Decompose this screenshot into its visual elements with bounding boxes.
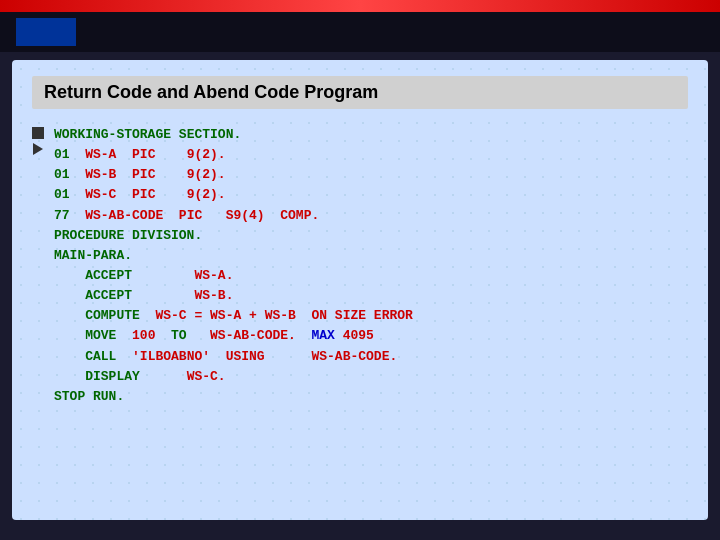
code-line-2: 01 WS-A PIC 9(2). (54, 145, 413, 165)
bullet-icon (32, 127, 44, 155)
bullet-area: WORKING-STORAGE SECTION. 01 WS-A PIC 9(2… (32, 125, 688, 407)
code-line-14: STOP RUN. (54, 387, 413, 407)
code-line-11: MOVE 100 TO WS-AB-CODE. MAX 4095 (54, 326, 413, 346)
code-line-12: CALL 'ILBOABNO' USING WS-AB-CODE. (54, 347, 413, 367)
code-line-1: WORKING-STORAGE SECTION. (54, 125, 413, 145)
code-line-3: 01 WS-B PIC 9(2). (54, 165, 413, 185)
dark-header (0, 12, 720, 52)
main-content: Return Code and Abend Code Program WORKI… (12, 60, 708, 520)
code-line-13: DISPLAY WS-C. (54, 367, 413, 387)
arrow-right-icon (33, 143, 43, 155)
code-line-9: ACCEPT WS-B. (54, 286, 413, 306)
code-line-4: 01 WS-C PIC 9(2). (54, 185, 413, 205)
code-line-10: COMPUTE WS-C = WS-A + WS-B ON SIZE ERROR (54, 306, 413, 326)
page-title: Return Code and Abend Code Program (44, 82, 378, 102)
bullet-square (32, 127, 44, 139)
code-line-8: ACCEPT WS-A. (54, 266, 413, 286)
top-bar (0, 0, 720, 12)
code-line-6: PROCEDURE DIVISION. (54, 226, 413, 246)
code-line-5: 77 WS-AB-CODE PIC S9(4) COMP. (54, 206, 413, 226)
code-block: WORKING-STORAGE SECTION. 01 WS-A PIC 9(2… (54, 125, 413, 407)
code-line-7: MAIN-PARA. (54, 246, 413, 266)
header-stripe (16, 18, 76, 46)
title-bar: Return Code and Abend Code Program (32, 76, 688, 109)
